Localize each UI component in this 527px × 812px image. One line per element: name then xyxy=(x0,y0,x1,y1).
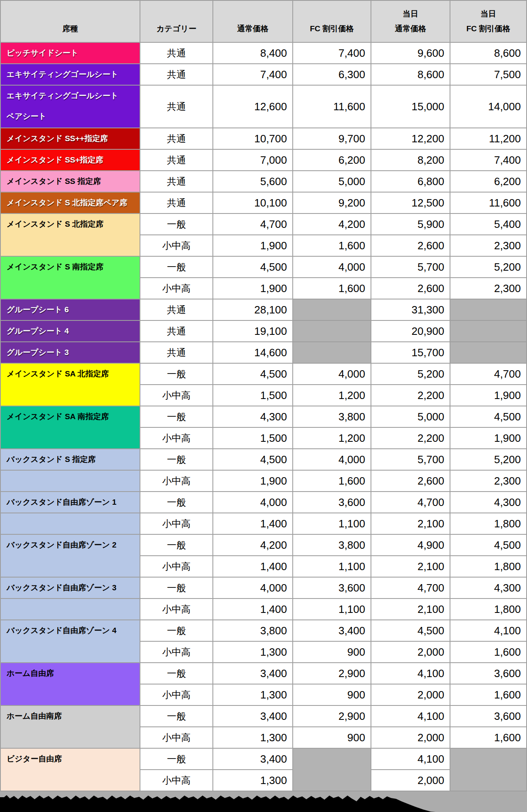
category-value: 共通 xyxy=(140,150,212,170)
same-day-normal-price: 6,800 xyxy=(371,171,450,192)
normal-price: 4,700 xyxy=(213,214,292,234)
seat-label-text: メインスタンド SS++指定席 xyxy=(7,128,108,149)
seat-label-text: バックスタンド S 指定席 xyxy=(7,449,96,470)
fc-discount-price: 1,200 xyxy=(293,428,371,448)
normal-price: 1,900 xyxy=(213,471,292,491)
fc-discount-price: 7,400 xyxy=(293,43,371,63)
seat-label-text: メインスタンド SA 南指定席 xyxy=(7,406,109,427)
seat-label: バックスタンド自由席ゾーン 4 xyxy=(1,620,140,662)
fc-discount-price: 1,600 xyxy=(293,471,371,491)
category-value: 一般 xyxy=(140,620,212,641)
fc-discount-price: 4,000 xyxy=(293,257,371,277)
same-day-normal-price: 2,100 xyxy=(371,556,450,577)
header-category-label: カテゴリー xyxy=(156,25,196,33)
same-day-normal-price: 12,200 xyxy=(371,128,450,149)
normal-price: 4,000 xyxy=(213,578,292,598)
normal-price: 3,400 xyxy=(213,749,292,769)
seat-label: バックスタンド自由席ゾーン 2 xyxy=(1,535,140,577)
fc-discount-price: 3,600 xyxy=(293,578,371,598)
same-day-fc-discount-price-disabled xyxy=(450,321,526,341)
category-value: 共通 xyxy=(140,321,212,341)
seat-label: エキサイティングゴールシートペアシート xyxy=(1,86,140,128)
same-day-normal-price: 4,900 xyxy=(371,535,450,555)
category-value: 共通 xyxy=(140,299,212,320)
normal-price: 1,400 xyxy=(213,513,292,534)
seat-label-text: グループシート 3 xyxy=(7,342,69,363)
same-day-normal-price: 2,600 xyxy=(371,471,450,491)
category-value: 一般 xyxy=(140,663,212,684)
seat-label-text: ペアシート xyxy=(7,106,47,127)
same-day-normal-price: 4,100 xyxy=(371,749,450,769)
seat-label: バックスタンド S 指定席 xyxy=(1,449,140,470)
same-day-fc-discount-price: 11,600 xyxy=(450,193,526,213)
same-day-fc-discount-price: 1,900 xyxy=(450,428,526,448)
same-day-fc-discount-price: 14,000 xyxy=(450,86,526,128)
header-fc-discount-price-label: FC 割引価格 xyxy=(310,25,354,33)
normal-price: 28,100 xyxy=(213,299,292,320)
same-day-normal-price: 9,600 xyxy=(371,43,450,63)
normal-price: 3,400 xyxy=(213,663,292,684)
seat-label: ホーム自由南席 xyxy=(1,706,140,748)
seat-label-text: グループシート 4 xyxy=(7,321,69,341)
category-value: 一般 xyxy=(140,578,212,598)
same-day-fc-discount-price: 4,100 xyxy=(450,620,526,641)
fc-discount-price: 3,800 xyxy=(293,406,371,427)
normal-price: 4,500 xyxy=(213,257,292,277)
seat-label-text: ピッチサイドシート xyxy=(7,43,79,63)
normal-price: 1,900 xyxy=(213,235,292,256)
normal-price: 1,500 xyxy=(213,385,292,406)
fc-discount-price: 1,200 xyxy=(293,385,371,406)
header-same-day-normal-price: 当日 通常価格 xyxy=(371,1,450,42)
fc-discount-price: 1,600 xyxy=(293,278,371,299)
same-day-fc-discount-price: 1,600 xyxy=(450,642,526,662)
same-day-fc-discount-price-disabled xyxy=(450,299,526,320)
seat-label: バックスタンド自由席ゾーン 3 xyxy=(1,578,140,598)
normal-price: 5,600 xyxy=(213,171,292,192)
same-day-fc-discount-price: 4,300 xyxy=(450,578,526,598)
same-day-fc-discount-price: 3,600 xyxy=(450,706,526,726)
same-day-normal-price: 2,600 xyxy=(371,235,450,256)
category-value: 小中高 xyxy=(140,727,212,748)
normal-price: 4,500 xyxy=(213,449,292,470)
seat-label: ビジター自由席 xyxy=(1,749,140,791)
same-day-normal-price: 20,900 xyxy=(371,321,450,341)
normal-price: 1,300 xyxy=(213,684,292,705)
fc-discount-price: 900 xyxy=(293,727,371,748)
seat-label-continuation xyxy=(1,599,140,619)
seat-label: ピッチサイドシート xyxy=(1,43,140,63)
normal-price: 10,100 xyxy=(213,193,292,213)
fc-discount-price: 4,200 xyxy=(293,214,371,234)
category-value: 一般 xyxy=(140,749,212,769)
seat-label: メインスタンド SS++指定席 xyxy=(1,128,140,149)
category-value: 一般 xyxy=(140,706,212,726)
seat-label-text: メインスタンド SS 指定席 xyxy=(7,171,101,192)
same-day-normal-price: 15,000 xyxy=(371,86,450,128)
seat-label: メインスタンド SA 南指定席 xyxy=(1,406,140,448)
seat-label-text: グループシート 6 xyxy=(7,299,69,320)
same-day-normal-price: 2,000 xyxy=(371,684,450,705)
same-day-fc-discount-price: 2,300 xyxy=(450,235,526,256)
fc-discount-price: 900 xyxy=(293,642,371,662)
same-day-fc-discount-price: 3,600 xyxy=(450,663,526,684)
same-day-normal-price: 2,000 xyxy=(371,770,450,791)
seat-label-text: バックスタンド自由席ゾーン 3 xyxy=(7,578,117,598)
seat-label: バックスタンド自由席ゾーン 1 xyxy=(1,492,140,513)
same-day-normal-price: 2,000 xyxy=(371,642,450,662)
category-value: 共通 xyxy=(140,193,212,213)
category-value: 小中高 xyxy=(140,684,212,705)
seat-label-text: バックスタンド自由席ゾーン 1 xyxy=(7,492,117,513)
same-day-normal-price: 4,700 xyxy=(371,492,450,513)
category-value: 共通 xyxy=(140,64,212,85)
seat-label: ホーム自由席 xyxy=(1,663,140,705)
fc-discount-price: 9,200 xyxy=(293,193,371,213)
seat-label-text: メインスタンド SS+指定席 xyxy=(7,150,103,170)
same-day-normal-price: 4,100 xyxy=(371,663,450,684)
category-value: 共通 xyxy=(140,86,212,128)
same-day-normal-price: 2,000 xyxy=(371,727,450,748)
fc-discount-price: 900 xyxy=(293,684,371,705)
seat-label-text: ホーム自由席 xyxy=(7,663,54,684)
same-day-fc-discount-price: 2,300 xyxy=(450,278,526,299)
same-day-normal-price: 4,100 xyxy=(371,706,450,726)
fc-discount-price-disabled xyxy=(293,342,371,363)
normal-price: 1,300 xyxy=(213,770,292,791)
